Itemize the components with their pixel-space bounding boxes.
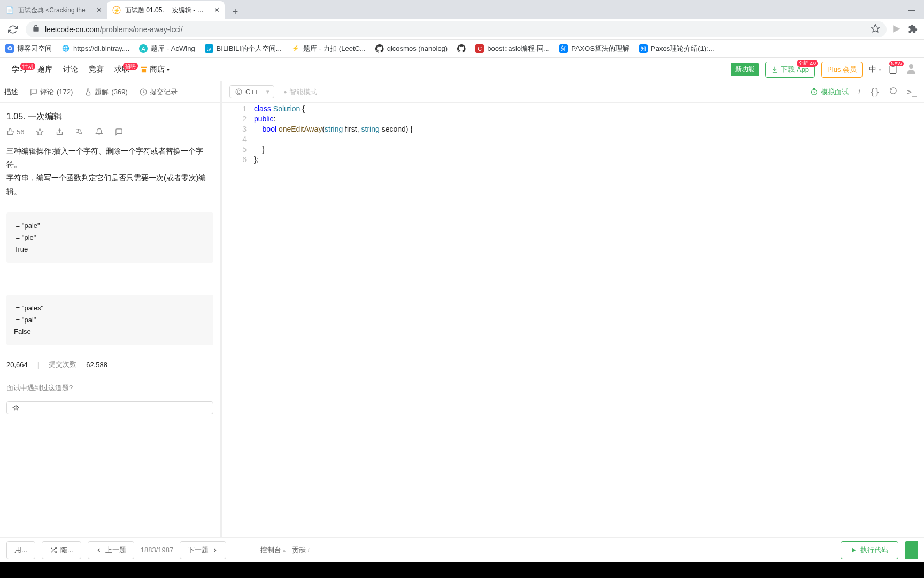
bookmark-label: 题库 - 力扣 (LeetC...: [303, 44, 366, 54]
extension-icon[interactable]: [892, 24, 903, 35]
extension-icon[interactable]: [908, 24, 919, 35]
info-icon[interactable]: i: [858, 87, 860, 96]
bookmark-item[interactable]: A 题库 - AcWing: [139, 44, 195, 54]
svg-marker-2: [872, 25, 880, 32]
tab-title: 面试题 01.05. 一次编辑 - 力扣 (: [125, 6, 210, 15]
tab-comments[interactable]: 评论 (172): [30, 87, 73, 97]
editor-pane: C++ 智能模式 模拟面试 i {} >_ 123456 class Solut…: [222, 81, 924, 537]
language-dropdown[interactable]: C++: [229, 85, 274, 98]
tab-solutions[interactable]: 题解 (369): [84, 87, 127, 97]
prev-problem-button[interactable]: 上一题: [88, 541, 134, 559]
plus-member-button[interactable]: Plus 会员: [821, 62, 863, 78]
interview-question: 面试中遇到过这道题?: [0, 378, 220, 398]
next-problem-button[interactable]: 下一题: [180, 541, 226, 559]
reset-icon[interactable]: [889, 87, 897, 97]
avatar[interactable]: [905, 62, 918, 77]
new-feature-badge[interactable]: 新功能: [731, 63, 759, 76]
code-editor[interactable]: 123456 class Solution {public: bool oneE…: [222, 103, 924, 537]
reload-button[interactable]: [5, 22, 20, 37]
browser-tab-strip: 📄 面试金典 <Cracking the × ⚡ 面试题 01.05. 一次编辑…: [0, 0, 924, 19]
random-button[interactable]: 随...: [42, 541, 81, 559]
badge: 全新 2.0: [797, 60, 818, 67]
feedback-button[interactable]: [115, 128, 123, 136]
minimize-button[interactable]: —: [899, 0, 924, 19]
star-icon[interactable]: [871, 24, 880, 35]
favicon-icon: 📄: [5, 6, 14, 14]
bookmark-item[interactable]: [457, 44, 466, 53]
bookmark-item[interactable]: 知 Paxos理论介绍(1):...: [639, 44, 714, 54]
bookmark-icon: tv: [205, 44, 213, 53]
bookmark-icon: A: [139, 44, 148, 53]
bookmark-icon: [457, 44, 466, 53]
console-toggle[interactable]: 控制台 ▴: [260, 545, 286, 555]
problem-actions: 56: [0, 128, 220, 144]
close-icon[interactable]: ×: [214, 5, 219, 15]
problem-list-button[interactable]: 用...: [6, 541, 35, 559]
notifications-button[interactable]: NEW: [888, 64, 898, 75]
problem-pane: 描述 评论 (172) 题解 (369) 提交记录 1.05. 一次编辑 56: [0, 81, 222, 537]
new-tab-button[interactable]: +: [228, 4, 243, 19]
bookmark-item[interactable]: ✪ 博客园空间: [5, 44, 52, 54]
nav-store[interactable]: 商店 ▾: [135, 65, 175, 74]
nav-contest[interactable]: 竞赛: [83, 65, 109, 74]
bookmark-item[interactable]: tv BILIBILI的个人空间...: [205, 44, 282, 54]
pane-splitter[interactable]: [220, 309, 222, 331]
nav-problems[interactable]: 题库: [32, 65, 58, 74]
bell-button[interactable]: [95, 128, 103, 136]
tab-description[interactable]: 描述: [4, 87, 18, 97]
braces-icon[interactable]: {}: [870, 87, 880, 97]
close-icon[interactable]: ×: [97, 5, 102, 15]
bookmark-item[interactable]: ⚡ 题库 - 力扣 (LeetC...: [291, 44, 366, 54]
favorite-button[interactable]: [36, 128, 44, 136]
browser-tab-2[interactable]: ⚡ 面试题 01.05. 一次编辑 - 力扣 ( ×: [107, 1, 225, 19]
code-content[interactable]: class Solution {public: bool oneEditAway…: [254, 104, 924, 537]
bookmark-label: 博客园空间: [17, 44, 52, 54]
mock-interview-button[interactable]: 模拟面试: [810, 87, 849, 97]
run-code-button[interactable]: 执行代码: [841, 541, 898, 559]
editor-toolbar: C++ 智能模式 模拟面试 i {} >_: [222, 81, 924, 103]
bottom-black-strip: [0, 562, 924, 578]
url-text: leetcode-cn.com/problems/one-away-lcci/: [45, 25, 183, 34]
share-button[interactable]: [56, 128, 64, 136]
window-controls: —: [899, 0, 924, 19]
bookmark-icon: ⚡: [291, 44, 300, 53]
bookmark-label: PAXOS算法的理解: [571, 44, 629, 54]
bookmark-item[interactable]: 知 PAXOS算法的理解: [559, 44, 629, 54]
bookmarks-bar: ✪ 博客园空间 🌐 https://dl.bintray.... A 题库 - …: [0, 40, 924, 58]
nav-jobs[interactable]: 求职招聘: [109, 65, 135, 74]
bookmark-item[interactable]: qicosmos (nanolog): [375, 44, 448, 53]
nav-discuss[interactable]: 讨论: [58, 65, 83, 74]
bookmark-icon: [375, 44, 384, 53]
browser-tab-1[interactable]: 📄 面试金典 <Cracking the ×: [0, 1, 107, 19]
like-button[interactable]: 56: [6, 128, 24, 136]
contribute-link[interactable]: 贡献 i: [292, 545, 310, 555]
address-bar-row: leetcode-cn.com/problems/one-away-lcci/: [0, 19, 924, 40]
download-app-button[interactable]: 下载 App 全新 2.0: [765, 62, 815, 78]
main-split: 描述 评论 (172) 题解 (369) 提交记录 1.05. 一次编辑 56: [0, 81, 924, 537]
bookmark-item[interactable]: C boost::asio编程-同...: [475, 44, 550, 54]
interview-no-button[interactable]: 否: [6, 401, 213, 414]
page-indicator: 1883/1987: [141, 546, 173, 554]
tab-submissions[interactable]: 提交记录: [140, 87, 178, 97]
svg-marker-7: [37, 128, 44, 135]
terminal-icon[interactable]: >_: [907, 87, 917, 97]
line-numbers: 123456: [222, 104, 254, 537]
omnibox[interactable]: leetcode-cn.com/problems/one-away-lcci/: [26, 21, 887, 37]
bookmark-icon: C: [475, 44, 484, 53]
bookmark-label: 题库 - AcWing: [151, 44, 195, 54]
bookmark-item[interactable]: 🌐 https://dl.bintray....: [61, 44, 129, 53]
site-nav: 学习计划 题库 讨论 竞赛 求职招聘 商店 ▾ 新功能 下载 App 全新 2.…: [0, 58, 924, 81]
translate-button[interactable]: [75, 128, 83, 136]
svg-point-5: [909, 64, 913, 69]
bookmark-icon: ✪: [5, 44, 14, 53]
submit-button[interactable]: [905, 541, 918, 559]
bookmark-label: https://dl.bintray....: [73, 44, 129, 52]
language-select[interactable]: 中 ▾: [869, 65, 881, 74]
submit-count: 62,588: [86, 361, 107, 369]
nav-study[interactable]: 学习计划: [6, 65, 32, 74]
svg-point-8: [236, 89, 242, 95]
bookmark-label: qicosmos (nanolog): [387, 44, 448, 52]
bookmark-label: Paxos理论介绍(1):...: [651, 44, 714, 54]
bookmark-label: BILIBILI的个人空间...: [217, 44, 282, 54]
lock-icon: [32, 25, 40, 34]
